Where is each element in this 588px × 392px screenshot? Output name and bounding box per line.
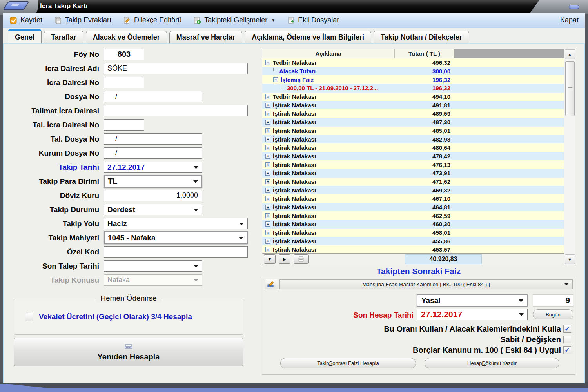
column-header-aciklama[interactable]: Açıklama	[262, 49, 395, 58]
field-doviz-kuru[interactable]: 1,0000	[104, 190, 202, 201]
field-son-talep-tarihi[interactable]	[104, 260, 202, 272]
field-kurum-dosya-no[interactable]: /	[104, 147, 202, 159]
expand-icon[interactable]: +	[265, 188, 270, 193]
toolbar-item-ekli-dosyalar[interactable]: Ekli Dosyalar	[287, 16, 339, 24]
expand-icon[interactable]: +	[265, 247, 270, 252]
tree-row[interactable]: +İştirak Nafakası487,30	[262, 118, 564, 127]
expand-icon[interactable]: +	[265, 213, 270, 218]
tree-row[interactable]: −İşlemiş Faiz196,32	[262, 75, 564, 84]
tree-row[interactable]: +İştirak Nafakası476,13	[262, 160, 564, 169]
expand-icon[interactable]: +	[265, 196, 270, 201]
expand-icon[interactable]: +	[265, 171, 270, 176]
tab-alacak-ve-demeler[interactable]: Alacak ve Ödemeler	[86, 31, 167, 44]
field-talimat-icra-dairesi[interactable]	[104, 105, 248, 116]
mahsuba-combo[interactable]: Mahsuba Esas Masraf Kalemleri [ BK. 100 …	[279, 279, 573, 289]
expand-icon[interactable]: +	[265, 145, 270, 150]
move-down-button[interactable]: ▼	[264, 254, 276, 264]
field-ozel-kod[interactable]	[104, 246, 248, 258]
field-dosya-no[interactable]: /	[104, 91, 202, 102]
checkbox-checked[interactable]: ✓	[563, 325, 571, 333]
hesap-dokumu-yazdir-button[interactable]: Hesap Dökümü Yazdır	[425, 358, 559, 368]
expand-icon[interactable]: +	[265, 137, 270, 142]
field-takip-para-birimi[interactable]: TL	[104, 175, 202, 188]
collapse-icon[interactable]: −	[273, 77, 278, 82]
move-right-button[interactable]: ▶	[279, 254, 290, 264]
tree-row[interactable]: −Tedbir Nafakası496,32	[262, 58, 564, 67]
bugun-button[interactable]: Bugün	[533, 309, 573, 319]
tab-a-klama-deme-ve-i-lam-bilgileri[interactable]: Açıklama, Ödeme ve İlam Bilgileri	[245, 31, 371, 44]
field-takip-yolu[interactable]: Haciz	[104, 218, 248, 229]
tree-row[interactable]: Alacak Tutarı300,00	[262, 67, 564, 76]
collapse-icon[interactable]: −	[265, 60, 270, 65]
tree-row[interactable]: +İştirak Nafakası455,86	[262, 237, 564, 245]
scroll-up-icon[interactable]: ▲	[565, 49, 575, 59]
scroll-down-icon[interactable]: ▼	[565, 254, 575, 264]
field-takip-konusu[interactable]: Nafaka	[104, 274, 202, 286]
expand-icon[interactable]: +	[265, 154, 270, 159]
tab-takip-notlar-dilek-eler[interactable]: Takip Notları / Dilekçeler	[374, 31, 469, 44]
column-header-tutari[interactable]: Tutarı ( TL )	[395, 49, 454, 58]
expand-icon[interactable]: +	[265, 128, 270, 133]
takip-sonrasi-faizi-hesapla-button[interactable]: Takip Sonrası Faizi Hesapla	[280, 358, 416, 368]
tree-row[interactable]: +İştirak Nafakası482,93	[262, 135, 564, 143]
tree-row[interactable]: +İştirak Nafakası469,32	[262, 186, 564, 194]
toolbar-item-takipteki-geli-meler[interactable]: Takipteki Gelişmeler▼	[193, 16, 275, 24]
expand-icon[interactable]: +	[265, 120, 270, 125]
field-tal-icra-dairesi-no[interactable]	[104, 119, 144, 131]
tree-row[interactable]: +İştirak Nafakası489,59	[262, 109, 564, 118]
tree-row[interactable]: +İştirak Nafakası467,10	[262, 194, 564, 203]
field-icra-dairesi-no[interactable]	[104, 77, 144, 88]
field-takip-tarihi[interactable]: 27.12.2017	[104, 162, 202, 173]
tree-row[interactable]: +İştirak Nafakası485,01	[262, 127, 564, 135]
field-takip-mahiyeti[interactable]: 1045 - Nafaka	[104, 231, 248, 244]
developments-icon	[193, 16, 201, 24]
rate-type-combo[interactable]: Yasal	[417, 294, 528, 307]
tree-row-label: İştirak Nafakası	[273, 136, 316, 143]
tree-row[interactable]: +İştirak Nafakası480,64	[262, 143, 564, 152]
field-icra-dairesi-adi[interactable]: SÖKE	[104, 63, 248, 74]
close-button[interactable]: Kapat	[560, 16, 579, 24]
toolbar-item-dilek-e-edit-r[interactable]: Dilekçe Editörü	[123, 16, 181, 24]
rate-value-field[interactable]: 9	[533, 294, 573, 307]
tree-row[interactable]: +İştirak Nafakası471,62	[262, 178, 564, 186]
expand-icon[interactable]: +	[265, 179, 270, 184]
scrollbar-thumb[interactable]	[565, 61, 575, 116]
tree-row[interactable]: +Tedbir Nafakası494,10	[262, 93, 564, 101]
tree-scrollbar[interactable]: ▲ ▼	[564, 49, 575, 265]
expand-icon[interactable]: +	[265, 103, 270, 108]
tree-row[interactable]: +İştirak Nafakası473,91	[262, 169, 564, 178]
expand-icon[interactable]: +	[265, 111, 270, 116]
tree-row[interactable]: +İştirak Nafakası458,01	[262, 229, 564, 237]
tab-taraflar[interactable]: Taraflar	[44, 31, 83, 44]
son-hesap-tarihi-combo[interactable]: 27.12.2017	[417, 309, 528, 320]
field-tal-dosya-no[interactable]: /	[104, 133, 202, 145]
tree-row[interactable]: +İştirak Nafakası460,30	[262, 220, 564, 229]
expand-icon[interactable]: +	[265, 94, 270, 99]
tree-row[interactable]: +İştirak Nafakası491,81	[262, 101, 564, 109]
expand-icon[interactable]: +	[265, 230, 270, 235]
expand-icon[interactable]: +	[265, 221, 270, 227]
tree-row[interactable]: +İştirak Nafakası453,57	[262, 245, 564, 253]
expand-icon[interactable]: +	[265, 239, 270, 244]
tree-row-amount: 476,13	[395, 162, 450, 168]
tree-row[interactable]: +İştirak Nafakası464,81	[262, 203, 564, 212]
field-value: 803	[118, 50, 131, 59]
tree-row[interactable]: +İştirak Nafakası462,59	[262, 211, 564, 220]
expand-icon[interactable]: +	[265, 205, 270, 210]
tree-row[interactable]: 300,00 TL - 21.09.2010 - 27.12.2...196,3…	[262, 84, 564, 93]
tab-masraf-ve-har-lar[interactable]: Masraf ve Harçlar	[169, 31, 242, 44]
print-tree-button[interactable]	[294, 254, 309, 264]
expand-icon[interactable]: +	[265, 162, 270, 167]
tab-genel[interactable]: Genel	[8, 29, 42, 44]
field-takip-durumu[interactable]: Derdest	[104, 204, 202, 215]
toolbar-item-kaydet[interactable]: Kaydet	[9, 16, 42, 24]
tree-row[interactable]: +İştirak Nafakası478,42	[262, 152, 564, 161]
vekalet-checkbox[interactable]	[25, 313, 33, 321]
field-foy-no[interactable]: 803	[104, 49, 144, 60]
toolbar-item-takip-evraklar[interactable]: Takip Evrakları	[54, 16, 111, 24]
checkbox-unchecked[interactable]	[563, 336, 571, 343]
recalculate-button[interactable]: Yeniden Hesapla	[14, 338, 243, 366]
checkbox-checked[interactable]: ✓	[563, 346, 571, 354]
minimize-button[interactable]	[569, 5, 579, 9]
edit-cost-items-button[interactable]	[265, 279, 278, 289]
